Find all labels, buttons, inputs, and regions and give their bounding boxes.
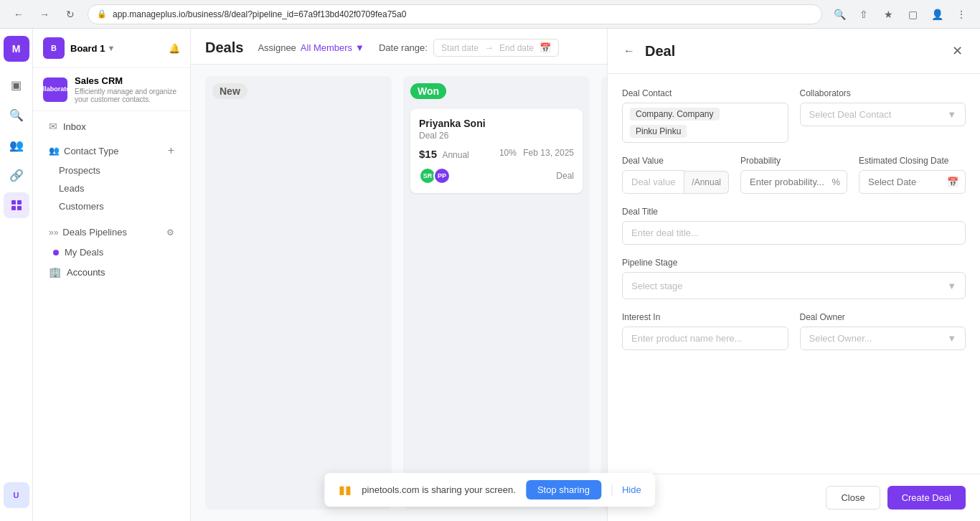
deal-value-input-group: /Annual [622,170,729,194]
kanban-board: New Won Priyanka Soni Deal 26 $15 Annual [191,65,607,521]
deal-amount: $15 Annual [419,148,469,160]
pipeline-stage-select[interactable]: Select stage ▼ [622,272,966,299]
deal-panel: ← Deal ✕ Deal Contact Company. Company P… [607,29,980,521]
deal-avatars: SR PP [419,167,451,184]
screen-sharing-banner: ▮▮ pinetools.com is sharing your screen.… [324,473,655,507]
lock-icon: 🔒 [97,9,107,19]
forward-button[interactable]: → [34,4,55,24]
icon-grid[interactable]: ▣ [4,72,29,98]
icon-people[interactable]: 👥 [4,132,29,158]
back-button[interactable]: ← [9,4,29,24]
sharing-message: pinetools.com is sharing your screen. [362,484,516,495]
deal-prob-date: 10% Feb 13, 2025 [499,148,574,160]
icon-connections[interactable]: 🔗 [4,162,29,188]
pipeline-stage-label: Pipeline Stage [622,258,966,268]
add-contact-type-button[interactable]: + [168,144,174,157]
notification-icon[interactable]: 🔔 [169,43,180,54]
calendar-icon[interactable]: 📅 [947,177,958,187]
create-deal-button[interactable]: Create Deal [887,486,966,510]
app-container: M ▣ 🔍 👥 🔗 U B Board 1 ▼ 🔔 Collabo [0,29,980,521]
divider [611,484,612,496]
bookmark-button[interactable]: ★ [878,4,898,24]
deal-contact-row: Deal Contact Company. Company Pinku Pink… [622,88,966,143]
all-members-dropdown[interactable]: All Members ▼ [301,42,364,53]
column-header-new: New [212,83,385,99]
date-range-input[interactable]: Start date → End date 📅 [433,39,559,57]
interest-in-label: Interest In [622,312,788,322]
crm-icon: Collaborators [43,78,67,102]
chevron-down-icon: ▼ [947,333,956,344]
crm-subtitle: Efficiently manage and organize your cus… [75,88,180,103]
sidebar-header: B Board 1 ▼ 🔔 [33,29,190,68]
contact-tag-pinku: Pinku Pinku [630,125,687,138]
hide-button[interactable]: Hide [622,484,641,495]
deals-header: Deals Assignee All Members ▼ Date range:… [191,29,607,65]
deal-value-suffix: /Annual [684,171,729,194]
deal-card-0[interactable]: Priyanka Soni Deal 26 $15 Annual 10% Feb… [410,109,583,193]
sidebar-item-my-deals[interactable]: My Deals [39,243,184,261]
collaborator-select[interactable]: Select Deal Contact ▼ [800,103,966,126]
deal-owner-select[interactable]: Select Owner... ▼ [800,327,966,350]
gear-icon[interactable]: ⚙ [166,227,174,238]
all-members-text: All Members [301,42,352,53]
sidebar-nav: ✉ Inbox 👥 Contact Type + Prospects Leads… [33,111,190,287]
contact-type-section: 👥 Contact Type + Prospects Leads Custome… [39,137,184,221]
sidebar-item-leads[interactable]: Leads [49,179,174,197]
profile-button[interactable]: 👤 [927,4,947,24]
sidebar-item-accounts[interactable]: 🏢 Accounts [39,261,184,283]
icon-crm[interactable] [4,192,29,218]
pipelines-double-arrow-icon: »» [49,227,58,238]
closing-date-input-group: 📅 [859,170,966,194]
percent-symbol: % [831,177,840,187]
back-button[interactable]: ← [622,43,636,59]
svg-rect-3 [17,206,22,210]
search-button[interactable]: 🔍 [829,4,849,24]
deal-owner-label: Deal Owner [800,312,966,322]
crm-title: Sales CRM [75,75,180,86]
main-content: Deals Assignee All Members ▼ Date range:… [191,29,607,521]
chevron-down-icon: ▼ [107,44,115,52]
avatar-pp: PP [433,167,451,184]
board-dropdown[interactable]: Board 1 ▼ [70,43,115,54]
share-button[interactable]: ⇧ [854,4,874,24]
board-name: Board 1 [70,43,105,54]
panel-header: ← Deal ✕ [608,29,980,74]
sidebar-item-prospects[interactable]: Prospects [49,161,174,179]
tab-button[interactable]: ▢ [903,4,923,24]
chevron-down-icon: ▼ [947,281,956,291]
address-bar[interactable]: 🔒 app.manageplus.io/business/8/deal?pipe… [88,4,822,24]
date-arrow-icon: → [484,42,494,53]
contact-type-header[interactable]: 👥 Contact Type + [49,140,174,161]
closing-date-group: Estimated Closing Date 📅 [859,156,966,194]
reload-button[interactable]: ↻ [60,4,80,24]
column-won: Won Priyanka Soni Deal 26 $15 Annual 10%… [403,76,590,510]
svg-rect-0 [11,200,16,205]
deal-title-input[interactable] [622,221,966,245]
icon-avatar[interactable]: U [4,482,29,508]
deal-value-input[interactable] [622,170,684,194]
date-range-label: Date range: [379,42,428,53]
sidebar-item-inbox[interactable]: ✉ Inbox [39,116,184,137]
menu-button[interactable]: ⋮ [951,4,971,24]
panel-title: Deal [645,43,675,60]
collaborators-group: Collaborators Select Deal Contact ▼ [800,88,966,143]
collaborator-placeholder: Select Deal Contact [809,109,892,120]
interest-in-input[interactable] [622,327,788,350]
deal-link[interactable]: Deal [556,171,574,181]
date-range: Date range: Start date → End date 📅 [379,39,559,57]
probability-group: Probability % [740,156,847,194]
probability-label: Probability [740,156,847,166]
app-logo: M [4,36,29,62]
left-sidebar: B Board 1 ▼ 🔔 Collaborators Sales CRM Ef… [33,29,191,521]
deal-title-label: Deal Title [622,207,966,217]
deal-value-label: Deal Value [622,156,729,166]
deal-contact-tags[interactable]: Company. Company Pinku Pinku [622,103,788,143]
sidebar-item-customers[interactable]: Customers [49,197,174,215]
close-button[interactable]: Close [826,486,880,510]
brand-icon: B [43,37,65,59]
svg-rect-2 [11,206,16,210]
stop-sharing-button[interactable]: Stop sharing [526,480,601,499]
icon-search[interactable]: 🔍 [4,102,29,128]
column-title-won: Won [410,83,446,99]
close-panel-button[interactable]: ✕ [949,40,966,62]
